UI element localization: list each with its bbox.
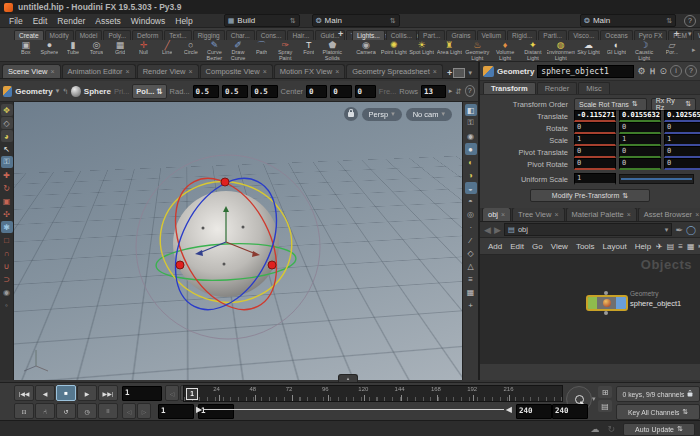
update-mode-selector[interactable]: Auto Update ⇅: [623, 423, 695, 436]
sphere-object-gizmo[interactable]: [116, 132, 336, 352]
headlight-icon[interactable]: ◑: [465, 169, 477, 181]
menu-item[interactable]: Add: [484, 242, 506, 251]
prev-frame-button[interactable]: ◁: [165, 385, 179, 401]
link-icon[interactable]: ◯: [686, 225, 696, 235]
close-icon[interactable]: ×: [695, 211, 699, 218]
shelf-tool[interactable]: ◎ Torus: [85, 40, 109, 61]
close-icon[interactable]: ×: [335, 68, 339, 75]
reflections-icon[interactable]: ◎: [465, 208, 477, 220]
parameter-field-z[interactable]: 1: [664, 134, 700, 146]
flag-icon[interactable]: ▤: [667, 242, 675, 251]
menu-item[interactable]: View: [547, 242, 572, 251]
pane-tab[interactable]: Scene View ×: [2, 64, 61, 78]
display-options-icon[interactable]: ≡: [465, 273, 477, 285]
range-right-icon[interactable]: ▷: [137, 403, 151, 419]
shelf-tool[interactable]: ☀ Spot Light: [408, 40, 436, 61]
current-frame-field[interactable]: 1: [122, 386, 162, 401]
network-path-field[interactable]: ▤ obj ▾: [504, 223, 673, 236]
default-lights-icon[interactable]: ◐: [465, 156, 477, 168]
shading-mode-icon[interactable]: ●: [465, 143, 477, 155]
radius-z-field[interactable]: 0.5: [251, 85, 277, 98]
center-x-field[interactable]: 0: [306, 85, 327, 98]
shelf-tool[interactable]: ◐ GI Light: [602, 40, 630, 61]
parameter-field-y[interactable]: 0: [619, 146, 661, 158]
camera-selector[interactable]: No cam▾: [406, 108, 452, 121]
info-icon[interactable]: i: [670, 65, 682, 77]
close-icon[interactable]: ×: [554, 211, 558, 218]
shelf-tool[interactable]: ▣ Box: [14, 40, 38, 61]
scale-tool-icon[interactable]: ▣: [1, 195, 13, 207]
menu-item[interactable]: Edit: [506, 242, 528, 251]
projection-selector[interactable]: Persp▾: [362, 108, 402, 121]
shelf-tool[interactable]: ✛ Null: [132, 40, 156, 61]
rotate-handle-dot[interactable]: [268, 261, 276, 269]
parameter-field-y[interactable]: 0: [619, 122, 661, 134]
scrub-icon[interactable]: ☝: [35, 403, 55, 419]
take-selector[interactable]: ❂ Main ⇅: [580, 14, 676, 27]
keyframe-view-icon[interactable]: ⊞: [598, 386, 612, 398]
forward-icon[interactable]: ▶: [494, 225, 501, 235]
radial-menu-selector[interactable]: ❂ Main ⇅: [312, 14, 400, 27]
shelf-tool[interactable]: ▮ Tube: [61, 40, 85, 61]
center-z-field[interactable]: 0: [355, 85, 376, 98]
help-icon[interactable]: ?: [684, 15, 696, 27]
display-prims-icon[interactable]: △: [465, 260, 477, 272]
shelf-tab[interactable]: Visco...: [568, 30, 599, 40]
parameter-field-z[interactable]: 0: [664, 146, 700, 158]
modify-pre-transform-button[interactable]: Modify Pre-Transform ⇅: [530, 189, 650, 202]
current-handle-icon[interactable]: ✱: [1, 221, 13, 233]
playhead-marker[interactable]: 1: [186, 388, 198, 400]
menu-item[interactable]: Render: [52, 16, 90, 26]
shelf-tool[interactable]: ✦ Distant Light: [519, 40, 547, 61]
parameter-field-z[interactable]: 0.102565: [664, 110, 700, 122]
undo-arrow-icon[interactable]: ↰: [62, 87, 68, 96]
shelf-tool[interactable]: ◉ Camera: [352, 40, 380, 61]
range-end-field[interactable]: 240: [516, 404, 552, 419]
menu-item[interactable]: File: [4, 16, 28, 26]
menu-item[interactable]: Help: [631, 242, 655, 251]
network-canvas[interactable]: Objects Geometry sphere_object1: [480, 255, 700, 364]
close-icon[interactable]: ×: [126, 68, 130, 75]
shelf-tool[interactable]: T Font: [297, 40, 321, 61]
desktop-selector[interactable]: ▦ Build ⇅: [224, 14, 300, 27]
selection-mask-icon[interactable]: ◇: [1, 117, 13, 129]
cook-cloud-icon[interactable]: ☁: [590, 424, 599, 434]
node-select-flag[interactable]: [588, 297, 597, 309]
display-normals-icon[interactable]: ⁄: [465, 234, 477, 246]
shelf-tool[interactable]: ╱ Line: [155, 40, 179, 61]
rotate-order-selector[interactable]: Rx Ry Rz ⇅: [651, 98, 696, 111]
parameter-field-z[interactable]: 0: [664, 158, 700, 170]
parameter-field-x[interactable]: 0: [574, 158, 616, 170]
shelf-tool[interactable]: ● Sphere: [38, 40, 62, 61]
menu-item[interactable]: Windows: [126, 16, 170, 26]
pane-menu-icon[interactable]: ▾: [468, 69, 472, 77]
range-left-icon[interactable]: ◁: [122, 403, 136, 419]
shelf-tab[interactable]: Part...: [418, 30, 445, 40]
snap-grid-icon[interactable]: ∪: [1, 260, 13, 272]
shelf-tool[interactable]: ✎ Curve Bezier: [203, 40, 227, 61]
pane-tab[interactable]: Animation Editor ×: [62, 64, 136, 78]
parameter-tab[interactable]: Transform: [483, 82, 536, 94]
shelf-tab[interactable]: Cons...: [256, 30, 287, 40]
shelf-tool[interactable]: ▱ Por...: [658, 40, 686, 61]
shelf-tab[interactable]: Deform: [132, 30, 163, 40]
parameter-field-y[interactable]: 0.0155632: [619, 110, 661, 122]
node-name-field[interactable]: sphere_object1: [537, 65, 634, 78]
shelf-tab[interactable]: Oceans: [600, 30, 632, 40]
transform-order-selector[interactable]: Scale Rot Trans ⇅: [574, 98, 647, 111]
play-button[interactable]: ▶: [77, 385, 97, 401]
hq-lighting-icon[interactable]: ◒: [465, 182, 477, 194]
shelf-tool[interactable]: ☽ Caustic Light: [630, 40, 658, 61]
range-start-handle[interactable]: ▶: [196, 405, 202, 414]
back-icon[interactable]: ◀: [484, 225, 491, 235]
parameter-field-x[interactable]: 0: [574, 146, 616, 158]
isolate-icon[interactable]: ◦: [1, 299, 13, 311]
close-icon[interactable]: ×: [433, 68, 437, 75]
persp-view-icon[interactable]: ◧: [465, 104, 477, 116]
apply-arrow-icon[interactable]: ▸: [449, 87, 453, 95]
stop-button[interactable]: ■: [56, 385, 76, 401]
display-wire-icon[interactable]: ◇: [465, 247, 477, 259]
node-output-connector[interactable]: [604, 311, 608, 315]
shelf-tab[interactable]: Parti...: [538, 30, 567, 40]
pane-tab[interactable]: Geometry Spreadsheet ×: [346, 64, 443, 78]
